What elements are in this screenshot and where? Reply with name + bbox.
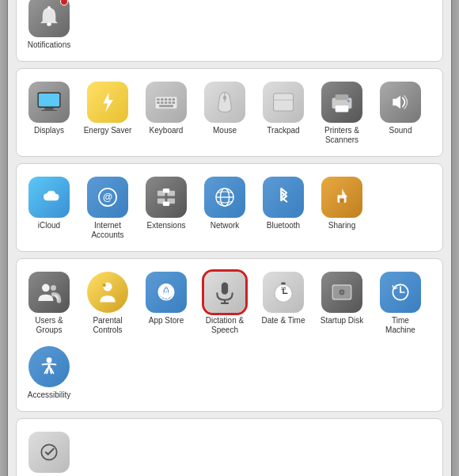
users-label: Users & Groups	[25, 316, 74, 335]
svg-rect-77	[281, 282, 286, 284]
sharing-icon	[321, 177, 362, 218]
preferences-content: General Desktop & Screen Saver	[8, 0, 451, 476]
svg-rect-29	[39, 93, 59, 106]
svg-rect-51	[347, 100, 350, 102]
pref-network[interactable]: Network	[197, 172, 252, 243]
pref-bluetooth[interactable]: Bluetooth	[256, 172, 311, 243]
pref-dictation[interactable]: Dictation & Speech	[197, 267, 252, 338]
datetime-label: Date & Time	[261, 316, 305, 326]
accessibility-label: Accessibility	[28, 390, 70, 400]
timemachine-label: Time Machine	[376, 316, 425, 335]
internet-accounts-icon: @	[87, 177, 128, 218]
pref-accessibility[interactable]: Accessibility	[21, 341, 77, 403]
section-hardware: Displays Energy Saver	[16, 68, 443, 157]
svg-rect-36	[169, 98, 171, 101]
internet-accounts-label: Internet Accounts	[83, 221, 132, 240]
svg-rect-39	[161, 101, 163, 104]
displays-label: Displays	[34, 126, 64, 135]
appstore-icon: 🅐 A	[146, 272, 187, 313]
system-preferences-window: ‹ › System Preferences 🔍	[8, 0, 451, 476]
section-hardware-grid: Displays Energy Saver	[21, 77, 438, 148]
network-label: Network	[211, 221, 240, 230]
notification-badge	[60, 0, 68, 6]
svg-rect-31	[41, 109, 56, 110]
pref-parental[interactable]: Parental Controls	[80, 267, 135, 338]
icloud-label: iCloud	[38, 221, 60, 230]
svg-rect-41	[169, 101, 171, 104]
svg-point-69	[103, 283, 106, 286]
svg-point-86	[47, 357, 52, 363]
svg-point-66	[42, 284, 50, 291]
notifications-label: Notifications	[28, 40, 70, 50]
pref-datetime[interactable]: 18 Date & Time	[256, 267, 311, 338]
pref-internet-accounts[interactable]: @ Internet Accounts	[80, 172, 135, 243]
sound-icon	[380, 82, 421, 123]
svg-rect-42	[173, 101, 175, 104]
pref-printers[interactable]: Printers & Scanners	[314, 77, 370, 148]
profiles-icon	[28, 432, 70, 473]
sound-label: Sound	[389, 126, 412, 135]
svg-rect-37	[173, 98, 175, 101]
mouse-icon	[204, 82, 245, 123]
svg-point-45	[223, 95, 226, 100]
pref-notifications[interactable]: Notifications	[21, 0, 77, 53]
startup-icon	[321, 272, 362, 313]
extensions-icon	[146, 177, 187, 218]
users-icon	[28, 272, 70, 313]
pref-sound[interactable]: Sound	[373, 77, 428, 148]
svg-text:@: @	[103, 192, 112, 203]
svg-rect-43	[159, 105, 173, 107]
svg-rect-38	[157, 101, 159, 104]
notifications-icon	[28, 0, 70, 37]
section-personal-grid: General Desktop & Screen Saver	[21, 0, 438, 53]
parental-icon	[87, 272, 128, 313]
dictation-label: Dictation & Speech	[200, 316, 249, 335]
pref-startup[interactable]: Startup Disk	[314, 267, 370, 338]
energy-label: Energy Saver	[84, 126, 132, 135]
icloud-icon	[28, 177, 70, 218]
sharing-label: Sharing	[328, 221, 355, 230]
pref-mouse[interactable]: Mouse	[197, 77, 252, 148]
svg-rect-33	[157, 98, 159, 101]
pref-extensions[interactable]: Extensions	[138, 172, 194, 243]
pref-users[interactable]: Users & Groups	[21, 267, 77, 338]
extensions-label: Extensions	[147, 221, 186, 230]
mouse-label: Mouse	[213, 126, 237, 135]
svg-point-27	[47, 6, 51, 9]
pref-appstore[interactable]: 🅐 A App Store	[138, 267, 194, 338]
trackpad-label: Trackpad	[267, 126, 299, 135]
network-icon	[204, 177, 245, 218]
bluetooth-icon	[263, 177, 304, 218]
svg-rect-40	[165, 101, 167, 104]
pref-keyboard[interactable]: Keyboard	[138, 77, 194, 148]
pref-sharing[interactable]: Sharing	[314, 172, 370, 243]
energy-icon	[87, 82, 128, 123]
section-other: Profiles	[16, 418, 443, 477]
startup-label: Startup Disk	[321, 316, 363, 326]
pref-trackpad[interactable]: Trackpad	[256, 77, 311, 148]
section-internet: iCloud @ Internet Accounts	[16, 163, 443, 252]
section-other-grid: Profiles	[21, 427, 438, 477]
pref-energy[interactable]: Energy Saver	[80, 77, 135, 148]
svg-rect-30	[44, 107, 53, 109]
keyboard-icon	[146, 82, 187, 123]
printers-icon	[321, 82, 362, 123]
parental-label: Parental Controls	[83, 316, 132, 335]
svg-rect-35	[165, 98, 167, 101]
section-personal: General Desktop & Screen Saver	[16, 0, 443, 62]
dictation-icon	[204, 272, 245, 313]
pref-profiles[interactable]: Profiles	[21, 427, 77, 477]
svg-rect-49	[336, 94, 349, 100]
printers-label: Printers & Scanners	[317, 126, 366, 145]
displays-icon	[28, 82, 70, 123]
bluetooth-label: Bluetooth	[267, 221, 300, 230]
section-internet-grid: iCloud @ Internet Accounts	[21, 172, 438, 243]
pref-icloud[interactable]: iCloud	[21, 172, 77, 243]
keyboard-label: Keyboard	[150, 126, 184, 135]
pref-timemachine[interactable]: Time Machine	[373, 267, 428, 338]
pref-displays[interactable]: Displays	[21, 77, 77, 148]
svg-rect-73	[222, 282, 228, 294]
svg-point-26	[47, 22, 51, 25]
trackpad-icon	[263, 82, 304, 123]
svg-point-84	[341, 291, 343, 293]
